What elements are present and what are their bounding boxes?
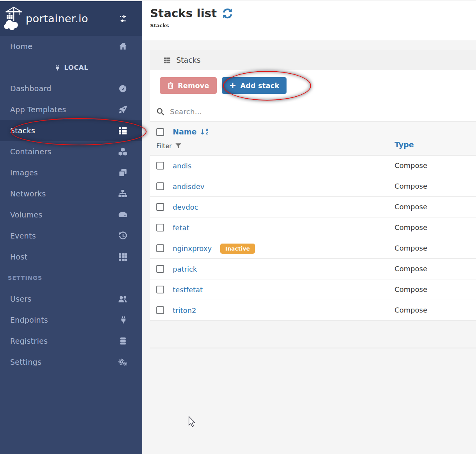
trash-icon — [167, 82, 174, 89]
users-icon — [118, 294, 127, 304]
stack-type: Compose — [395, 265, 427, 273]
table-row: testfetat Compose — [150, 279, 476, 300]
portainer-logo-icon — [4, 6, 25, 32]
refresh-icon[interactable] — [222, 8, 233, 19]
toolbar: Remove + Add stack — [150, 70, 476, 102]
stack-name-link[interactable]: fetat — [173, 224, 189, 232]
plug-icon — [54, 64, 61, 71]
annotation-ellipse-stacks — [11, 118, 147, 145]
sidebar-item-label: Users — [10, 295, 32, 303]
th-icon — [118, 252, 127, 261]
sidebar-item-label: Home — [10, 42, 32, 51]
table-row: devdoc Compose — [150, 197, 476, 217]
stack-type: Compose — [395, 285, 427, 293]
stack-name-link[interactable]: nginxproxy — [173, 244, 212, 253]
stack-name-link[interactable]: patrick — [173, 265, 197, 273]
history-icon — [118, 231, 127, 240]
row-checkbox[interactable] — [156, 162, 164, 170]
type-column-header[interactable]: Type — [395, 140, 414, 149]
sidebar-item-label: Events — [10, 231, 36, 240]
row-checkbox[interactable] — [156, 224, 164, 231]
stack-name-link[interactable]: andisdev — [173, 182, 204, 191]
sidebar-item-label: Networks — [10, 189, 46, 198]
widget-title: Stacks — [176, 56, 201, 64]
filter-label: Filter — [156, 142, 172, 150]
row-checkbox[interactable] — [156, 244, 164, 252]
sidebar-item-users[interactable]: Users — [0, 288, 142, 309]
stack-name-link[interactable]: testfetat — [173, 286, 203, 294]
table-header: Name ↓ A Z Filter Type — [150, 122, 476, 155]
remove-button-label: Remove — [178, 82, 209, 90]
table-row: andis Compose — [150, 155, 476, 176]
stack-name-link[interactable]: andis — [173, 162, 191, 170]
row-checkbox[interactable] — [156, 286, 164, 293]
page-header: Stacks list Stacks — [142, 1, 476, 40]
sidebar-item-app-templates[interactable]: App Templates — [0, 99, 142, 120]
page-title: Stacks list — [150, 7, 217, 20]
stack-type: Compose — [395, 203, 427, 211]
cogs-icon — [118, 357, 127, 367]
main-content: Stacks list Stacks Stacks — [142, 1, 476, 454]
sidebar-item-label: App Templates — [10, 105, 66, 114]
stack-name-link[interactable]: triton2 — [173, 306, 196, 314]
sidebar-collapse-icon[interactable] — [118, 14, 128, 23]
status-badge: Inactive — [220, 244, 255, 254]
th-list-icon — [163, 57, 171, 64]
brand-name: portainer.io — [26, 12, 88, 25]
sidebar-item-volumes[interactable]: Volumes — [0, 204, 142, 225]
row-checkbox[interactable] — [156, 203, 164, 211]
sidebar-item-registries[interactable]: Registries — [0, 330, 142, 352]
home-icon — [119, 42, 127, 51]
sidebar-item-label: Containers — [10, 147, 51, 156]
sitemap-icon — [118, 189, 127, 198]
stack-rows: andis Compose andisdev Compose devdoc Co… — [150, 155, 476, 321]
table-row: fetat Compose — [150, 217, 476, 238]
row-checkbox[interactable] — [156, 306, 164, 314]
sidebar-item-networks[interactable]: Networks — [0, 183, 142, 204]
search-bar — [150, 102, 476, 122]
sidebar-item-events[interactable]: Events — [0, 225, 142, 246]
name-column-header[interactable]: Name ↓ A Z — [173, 127, 208, 136]
sidebar-item-label: Endpoints — [10, 316, 48, 324]
row-checkbox[interactable] — [156, 265, 164, 273]
remove-button[interactable]: Remove — [160, 77, 217, 94]
sidebar-item-dashboard[interactable]: Dashboard — [0, 78, 142, 99]
row-checkbox[interactable] — [156, 182, 164, 190]
stack-type: Compose — [395, 161, 427, 170]
annotation-ellipse-add-stack — [223, 71, 311, 101]
filter-toggle[interactable]: Filter — [156, 142, 182, 150]
endpoint-switcher-local[interactable]: LOCAL — [0, 57, 142, 78]
copy-icon — [118, 168, 127, 177]
sidebar-item-host[interactable]: Host — [0, 246, 142, 267]
stack-type: Compose — [395, 244, 427, 252]
table-row: patrick Compose — [150, 259, 476, 279]
search-icon — [156, 108, 165, 116]
dashboard-icon — [118, 84, 127, 93]
sidebar: portainer.io Home LOCAL Dashboard — [0, 1, 142, 454]
local-label: LOCAL — [64, 64, 88, 71]
sidebar-item-label: Images — [10, 168, 38, 177]
settings-section-label: SETTINGS — [8, 275, 42, 281]
database-icon — [119, 337, 127, 346]
stack-type: Compose — [395, 182, 427, 190]
select-all-checkbox[interactable] — [156, 128, 164, 136]
breadcrumb[interactable]: Stacks — [150, 23, 476, 28]
sidebar-item-home[interactable]: Home — [0, 36, 142, 57]
stacks-widget: Stacks Remove + Add stack — [150, 50, 476, 348]
sidebar-item-label: Settings — [10, 358, 41, 366]
sidebar-item-endpoints[interactable]: Endpoints — [0, 309, 142, 330]
hdd-icon — [118, 210, 127, 219]
filter-funnel-icon — [175, 143, 182, 149]
stack-name-link[interactable]: devdoc — [173, 203, 198, 211]
search-input[interactable] — [170, 108, 365, 116]
table-row: triton2 Compose — [150, 300, 476, 321]
sidebar-item-label: Volumes — [10, 210, 42, 219]
sidebar-item-label: Host — [10, 253, 27, 261]
sidebar-item-label: Registries — [10, 337, 48, 345]
sidebar-item-images[interactable]: Images — [0, 162, 142, 183]
sort-alpha-asc-icon: ↓ A Z — [199, 128, 208, 136]
stack-type: Compose — [395, 223, 427, 231]
sidebar-item-label: Dashboard — [10, 84, 51, 93]
sidebar-item-settings[interactable]: Settings — [0, 352, 142, 373]
window-top-edge — [0, 0, 476, 1]
